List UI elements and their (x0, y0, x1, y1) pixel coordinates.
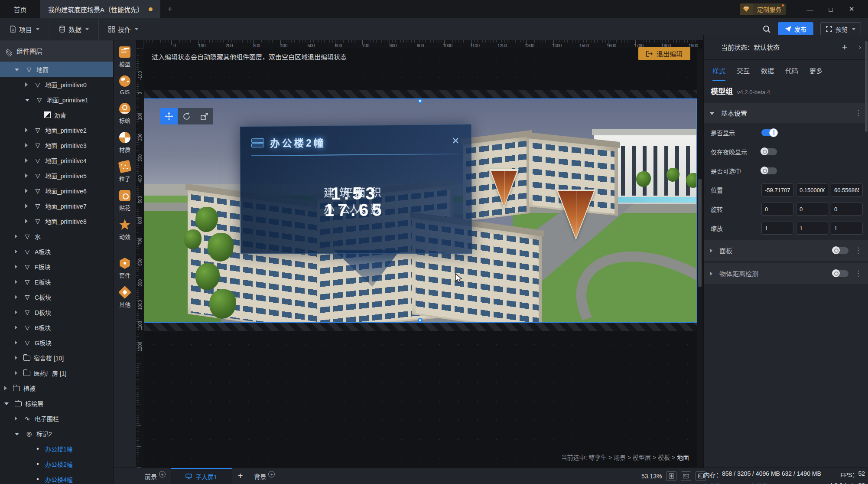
expander-icon[interactable] (25, 99, 29, 101)
tree-item[interactable]: E板块 (0, 274, 113, 289)
collapsed-section[interactable]: 物体距离检测⋮ (704, 263, 868, 284)
chevron-right-icon[interactable]: › (859, 43, 861, 51)
scrollbar-thumb[interactable] (698, 179, 702, 287)
expander-icon[interactable] (15, 280, 17, 284)
tree-item[interactable]: 办公楼4幢 (0, 471, 113, 484)
close-button[interactable]: ✕ (843, 3, 860, 16)
panel-scrollbar-thumb[interactable] (865, 41, 868, 132)
expander-icon[interactable] (25, 128, 28, 132)
inspector-tab[interactable]: 代码 (785, 60, 798, 81)
expander-icon[interactable] (15, 295, 17, 299)
dock-item-plot[interactable]: 标绘 (119, 103, 130, 124)
tree-item[interactable]: 地面_primitive5 (0, 168, 113, 183)
tree-item[interactable]: 地面_primitive6 (0, 183, 113, 198)
tree-item[interactable]: 地面_primitive3 (0, 137, 113, 153)
tree-item[interactable]: 标绘层 (0, 396, 113, 411)
expander-icon[interactable] (25, 82, 28, 87)
expander-icon[interactable] (4, 386, 7, 390)
expander-icon[interactable] (710, 249, 712, 253)
building-marker[interactable] (491, 171, 517, 206)
editor-area[interactable]: 进入编辑状态会自动隐藏其他组件图层，双击空白区域退出编辑状态 (144, 49, 697, 468)
dock-item-gis[interactable]: GIS (119, 75, 130, 95)
tree-item[interactable]: 宿舍楼 [10] (0, 350, 113, 365)
tree-item[interactable]: 地面_primitive1 (0, 92, 113, 107)
section-basic-settings[interactable]: 基本设置 ⋮ (704, 103, 868, 123)
tree-item[interactable]: B板块 (0, 320, 113, 335)
building-marker[interactable] (558, 191, 594, 238)
zoom-level[interactable]: 53.13% (641, 473, 662, 480)
custom-service-button[interactable]: 定制服务 (740, 3, 786, 15)
vector-input[interactable] (796, 222, 828, 235)
vector-input[interactable] (796, 183, 828, 196)
expander-icon[interactable] (25, 204, 28, 208)
menu-actions[interactable]: 操作 (99, 18, 148, 40)
collapsed-section[interactable]: 面板⋮ (704, 240, 868, 261)
tree-item[interactable]: D板块 (0, 304, 113, 320)
fit-view-button[interactable] (666, 471, 676, 481)
tab-home[interactable]: 首页 (0, 5, 40, 14)
tree-item[interactable]: 办公楼2幢 (0, 456, 113, 471)
background-tab[interactable]: 背景 + (249, 468, 280, 484)
search-icon[interactable] (762, 25, 771, 33)
rotate-tool-button[interactable] (178, 108, 195, 124)
add-background-icon[interactable]: + (268, 471, 275, 477)
more-menu-icon[interactable]: ⋮ (855, 246, 862, 255)
publish-button[interactable]: 发布 (778, 22, 813, 36)
dock-item-model[interactable]: 模型 (119, 46, 130, 68)
vector-input[interactable] (761, 222, 793, 235)
expander-icon[interactable] (15, 371, 17, 375)
tree-item[interactable]: 医药厂房 [1] (0, 365, 113, 380)
tree-item[interactable]: 办公楼1幢 (0, 441, 113, 456)
tree-item[interactable]: 水 (0, 229, 113, 244)
expander-icon[interactable] (15, 433, 19, 435)
expander-icon[interactable] (15, 340, 17, 345)
expander-icon[interactable] (710, 271, 712, 276)
tree-item[interactable]: A板块 (0, 244, 113, 259)
new-tab-button[interactable]: + (160, 4, 179, 14)
toggle-switch[interactable] (833, 247, 848, 254)
dock-item-material[interactable]: 材质 (119, 132, 130, 154)
expander-icon[interactable] (15, 69, 19, 71)
dock-item-kit[interactable]: 套件 (119, 258, 130, 279)
scale-tool-button[interactable] (195, 108, 213, 124)
add-foreground-icon[interactable]: + (159, 471, 166, 477)
tree-item[interactable]: C板块 (0, 289, 113, 304)
scene-viewport[interactable]: 办公楼2幢 ✕ 建筑面积1.53平米办公人数17.65人 (144, 98, 697, 323)
expander-icon[interactable] (4, 402, 9, 405)
resize-handle-bottom[interactable] (418, 318, 423, 323)
toggle-switch[interactable] (761, 129, 777, 136)
expander-icon[interactable] (25, 189, 28, 193)
minimize-button[interactable]: — (801, 3, 819, 16)
tree-item[interactable]: 地面_primitive4 (0, 153, 113, 168)
foreground-tab[interactable]: 前景 + (140, 468, 171, 484)
add-screen-button[interactable]: + (232, 471, 249, 481)
vector-input[interactable] (831, 222, 863, 235)
vector-input[interactable] (831, 203, 863, 216)
tree-item[interactable]: 地面_primitive0 (0, 77, 113, 92)
tree-item[interactable]: 标记2 (0, 426, 113, 441)
vector-input[interactable] (761, 203, 793, 216)
tree-item[interactable]: 植被 (0, 380, 113, 396)
resize-handle-top[interactable] (418, 98, 423, 103)
dock-item-effect[interactable]: 动效 (119, 219, 130, 241)
screen-tab-active[interactable]: 子大屏1 (171, 468, 232, 484)
vector-input[interactable] (761, 183, 793, 196)
expander-icon[interactable] (25, 219, 28, 223)
expander-icon[interactable] (15, 416, 17, 421)
expander-icon[interactable] (15, 265, 17, 269)
expander-icon[interactable] (15, 356, 17, 360)
expander-icon[interactable] (15, 234, 17, 239)
popup-close-icon[interactable]: ✕ (452, 136, 459, 146)
expander-icon[interactable] (25, 158, 28, 163)
keyboard-shortcuts-button[interactable] (681, 471, 691, 481)
expander-icon[interactable] (15, 310, 17, 314)
toggle-switch[interactable] (761, 148, 777, 155)
more-menu-icon[interactable]: ⋮ (855, 108, 862, 118)
inspector-tab[interactable]: 更多 (809, 60, 822, 81)
tree-item[interactable]: 电子围栏 (0, 411, 113, 426)
expander-icon[interactable] (25, 173, 28, 178)
maximize-button[interactable]: □ (822, 3, 839, 16)
inspector-tab[interactable]: 样式 (712, 60, 725, 81)
tree-item[interactable]: 地面_primitive8 (0, 213, 113, 229)
dock-item-particle[interactable]: 粒子 (119, 161, 130, 183)
